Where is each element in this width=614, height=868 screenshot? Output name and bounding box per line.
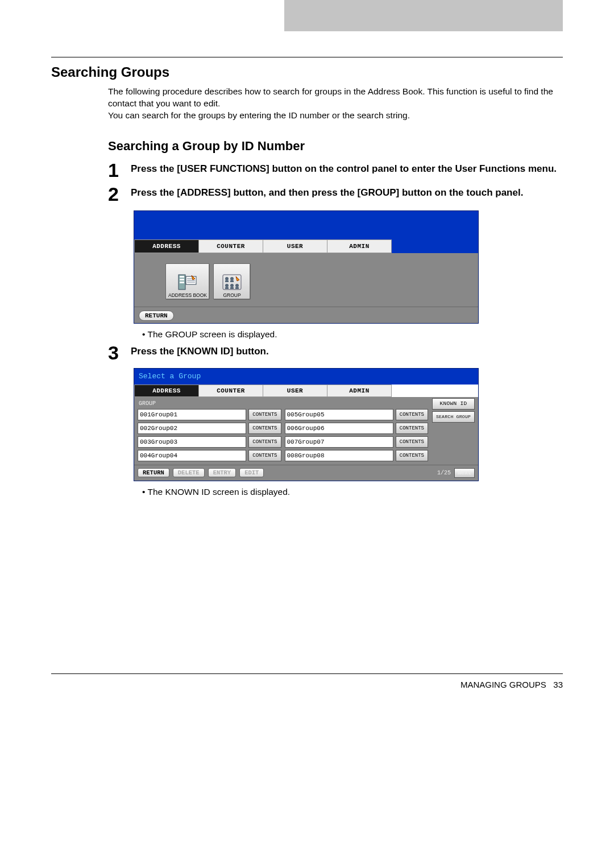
step-title: Press the [ADDRESS] button, and then pre… bbox=[131, 184, 523, 204]
group-row: 002Group02 CONTENTS bbox=[138, 423, 281, 434]
svg-rect-18 bbox=[235, 287, 239, 289]
panel-footer: RETURN bbox=[134, 307, 478, 323]
tab-admin[interactable]: ADMIN bbox=[327, 385, 392, 397]
group-row: 006Group06 CONTENTS bbox=[285, 423, 429, 434]
address-book-icon bbox=[178, 274, 197, 291]
group-item[interactable]: 007Group07 bbox=[285, 436, 393, 448]
panel-body: ADDRESS BOOK GROUP bbox=[134, 253, 478, 307]
page-indicator: 1/25 bbox=[437, 470, 451, 476]
footer-chapter: MANAGING GROUPS bbox=[460, 680, 546, 689]
group-item[interactable]: 008Group08 bbox=[285, 450, 393, 461]
page-footer: MANAGING GROUPS 33 bbox=[51, 673, 563, 689]
svg-rect-10 bbox=[225, 280, 229, 282]
group-row: 005Group05 CONTENTS bbox=[285, 409, 429, 420]
step-1: 1 Press the [USER FUNCTIONS] button on t… bbox=[108, 160, 563, 180]
group-item[interactable]: 006Group06 bbox=[285, 423, 393, 434]
return-button[interactable]: RETURN bbox=[139, 311, 174, 321]
tab-counter[interactable]: COUNTER bbox=[199, 385, 263, 397]
svg-point-9 bbox=[225, 277, 229, 280]
contents-button[interactable]: CONTENTS bbox=[248, 450, 281, 461]
screenshot-address-panel: ADDRESS COUNTER USER ADMIN ADDRES bbox=[134, 210, 479, 324]
tab-address[interactable]: ADDRESS bbox=[134, 239, 199, 253]
svg-point-11 bbox=[230, 277, 234, 280]
tab-row: ADDRESS COUNTER USER ADMIN bbox=[134, 239, 478, 253]
step-number: 1 bbox=[108, 160, 131, 180]
tab-admin[interactable]: ADMIN bbox=[327, 239, 392, 253]
step-result: • The GROUP screen is displayed. bbox=[142, 329, 563, 340]
step-result: • The KNOWN ID screen is displayed. bbox=[142, 487, 563, 497]
group-row: 008Group08 CONTENTS bbox=[285, 450, 429, 461]
group-icon bbox=[222, 274, 242, 291]
panel-header bbox=[134, 211, 478, 239]
step-number: 3 bbox=[108, 343, 131, 362]
intro-text: The following procedure describes how to… bbox=[108, 86, 563, 122]
contents-button[interactable]: CONTENTS bbox=[396, 409, 428, 420]
group-item[interactable]: 002Group02 bbox=[138, 423, 246, 434]
top-rule bbox=[51, 57, 563, 57]
step-3: 3 Press the [KNOWN ID] button. bbox=[108, 343, 563, 362]
panel-footer: RETURN DELETE ENTRY EDIT 1/25 Next bbox=[134, 465, 478, 481]
step-number: 2 bbox=[108, 184, 131, 204]
svg-rect-3 bbox=[180, 282, 184, 283]
tab-address[interactable]: ADDRESS bbox=[134, 385, 199, 397]
group-row: 004Group04 CONTENTS bbox=[138, 450, 281, 461]
entry-button[interactable]: ENTRY bbox=[208, 468, 237, 477]
svg-rect-16 bbox=[230, 287, 234, 289]
group-sublabel: GROUP bbox=[138, 399, 475, 409]
group-item[interactable]: 001Group01 bbox=[138, 409, 246, 420]
svg-point-17 bbox=[235, 284, 239, 287]
group-row: 007Group07 CONTENTS bbox=[285, 436, 429, 448]
section-title: Searching Groups bbox=[51, 64, 563, 80]
group-label: GROUP bbox=[223, 292, 240, 298]
svg-rect-2 bbox=[180, 279, 184, 280]
contents-button[interactable]: CONTENTS bbox=[396, 436, 428, 448]
contents-button[interactable]: CONTENTS bbox=[396, 423, 428, 434]
delete-button[interactable]: DELETE bbox=[173, 468, 205, 477]
subsection-title: Searching a Group by ID Number bbox=[108, 139, 563, 154]
svg-rect-12 bbox=[230, 280, 234, 282]
screenshot-group-list: Select a Group ADDRESS COUNTER USER ADMI… bbox=[134, 368, 479, 481]
group-row: 003Group03 CONTENTS bbox=[138, 436, 281, 448]
svg-rect-14 bbox=[225, 287, 229, 289]
footer-page-number: 33 bbox=[553, 680, 563, 689]
next-button[interactable]: Next bbox=[454, 468, 475, 478]
group-item[interactable]: 004Group04 bbox=[138, 450, 246, 461]
group-item[interactable]: 005Group05 bbox=[285, 409, 393, 420]
known-id-button[interactable]: KNOWN ID bbox=[432, 398, 475, 410]
svg-point-15 bbox=[230, 284, 234, 287]
contents-button[interactable]: CONTENTS bbox=[396, 450, 428, 461]
panel-prompt: Select a Group bbox=[134, 369, 478, 385]
group-item[interactable]: 003Group03 bbox=[138, 436, 246, 448]
contents-button[interactable]: CONTENTS bbox=[248, 409, 281, 420]
svg-rect-1 bbox=[180, 276, 184, 278]
group-button[interactable]: GROUP bbox=[213, 263, 251, 300]
group-row: 001Group01 CONTENTS bbox=[138, 409, 281, 420]
contents-button[interactable]: CONTENTS bbox=[248, 436, 281, 448]
address-book-label: ADDRESS BOOK bbox=[168, 292, 207, 298]
search-group-button[interactable]: SEARCH GROUP bbox=[432, 411, 475, 423]
step-title: Press the [USER FUNCTIONS] button on the… bbox=[131, 160, 557, 180]
edit-button[interactable]: EDIT bbox=[239, 468, 264, 477]
tab-user[interactable]: USER bbox=[263, 385, 327, 397]
return-button[interactable]: RETURN bbox=[138, 468, 169, 477]
step-2: 2 Press the [ADDRESS] button, and then p… bbox=[108, 184, 563, 204]
header-gray-box bbox=[284, 0, 563, 31]
tab-counter[interactable]: COUNTER bbox=[199, 239, 263, 253]
svg-point-13 bbox=[225, 284, 229, 287]
panel-body: GROUP KNOWN ID SEARCH GROUP 001Group01 C… bbox=[134, 397, 478, 465]
tab-row: ADDRESS COUNTER USER ADMIN bbox=[134, 385, 478, 397]
step-title: Press the [KNOWN ID] button. bbox=[131, 343, 269, 362]
address-book-button[interactable]: ADDRESS BOOK bbox=[165, 263, 210, 300]
tab-user[interactable]: USER bbox=[263, 239, 327, 253]
contents-button[interactable]: CONTENTS bbox=[248, 423, 281, 434]
